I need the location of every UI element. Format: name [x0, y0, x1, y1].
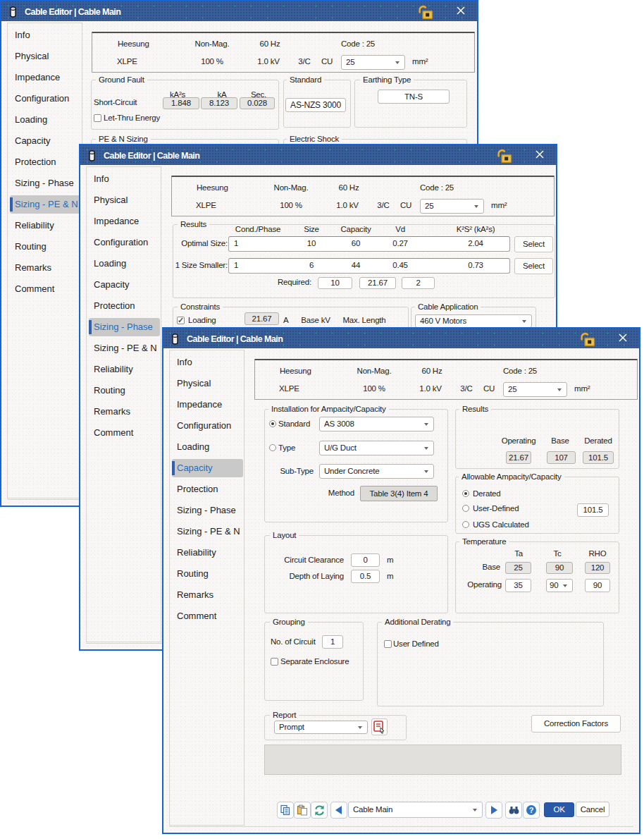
svg-text:?: ?: [529, 806, 534, 814]
